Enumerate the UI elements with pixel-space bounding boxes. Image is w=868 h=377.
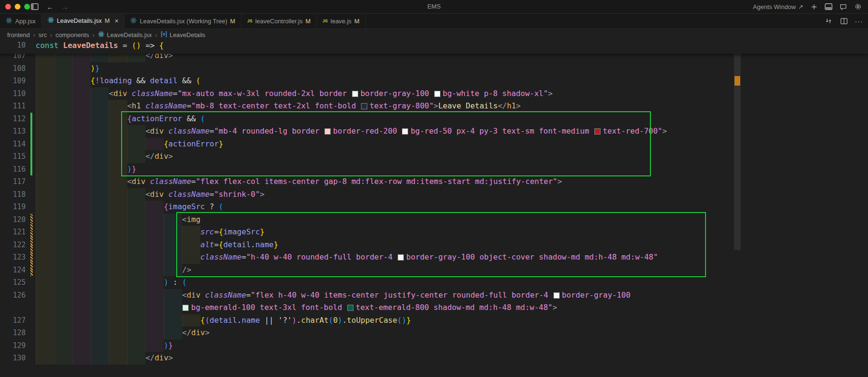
code-token: ( — [329, 316, 334, 325]
line-number: 125 — [0, 276, 26, 289]
tailwind-color-swatch[interactable] — [402, 128, 408, 135]
code-line-124[interactable]: 124/> — [0, 264, 868, 277]
code-token: < — [109, 89, 114, 98]
breadcrumb-item[interactable]: LeaveDetails — [161, 31, 205, 39]
code-token — [200, 290, 205, 300]
code-token: = — [118, 41, 132, 50]
close-window-button[interactable] — [5, 4, 11, 10]
tailwind-color-swatch[interactable] — [324, 128, 331, 135]
breadcrumb-item[interactable]: frontend — [7, 31, 30, 39]
forward-icon[interactable]: → — [61, 3, 68, 11]
code-token — [145, 177, 150, 186]
indent-guide — [54, 276, 73, 289]
git-gutter-added[interactable] — [30, 113, 32, 176]
code-line-130[interactable]: 130</div> — [0, 352, 868, 365]
code-token: src — [200, 227, 214, 236]
indent-guide — [127, 301, 146, 314]
code-line-126[interactable]: 126<div className="flex h-40 w-40 items-… — [0, 289, 868, 302]
indent-guide — [145, 276, 164, 289]
code-token: border-red-200 — [333, 126, 402, 135]
code-token: ) — [292, 316, 296, 325]
code-token: text-emerald-800 shadow-md md:h-48 md:w-… — [356, 303, 553, 312]
tab-leavedetails-jsx[interactable]: LeaveDetails.jsxM× — [42, 13, 125, 29]
indent-guide — [91, 239, 109, 251]
indent-guide — [36, 113, 54, 126]
code-line-127[interactable]: 127{(detail.name || '?').charAt(0).toUpp… — [0, 314, 868, 327]
tab-app-jsx[interactable]: App.jsx — [0, 13, 42, 29]
indent-guide — [127, 150, 146, 163]
code-token: detail — [210, 316, 237, 325]
code-token: { — [164, 202, 169, 211]
indent-guide — [91, 352, 109, 365]
line-number: 128 — [0, 327, 26, 339]
indent-guide — [91, 213, 109, 226]
split-editor-icon[interactable] — [839, 17, 848, 25]
breadcrumb-item[interactable]: src — [38, 31, 47, 39]
indent-guide — [36, 125, 54, 138]
toggle-panel-icon[interactable] — [824, 2, 833, 11]
open-changes-icon[interactable] — [824, 17, 833, 25]
code-token: LeaveDetails — [63, 41, 118, 50]
code-token: = — [173, 89, 178, 98]
code-editor[interactable]: 107</div>108)}109{!loading && detail && … — [0, 41, 868, 377]
indent-guide — [127, 239, 146, 251]
indent-guide — [127, 327, 146, 339]
line-number: 127 — [0, 314, 26, 327]
code-line-129[interactable]: 129)} — [0, 339, 868, 352]
code-token: text-gray-800" — [370, 101, 434, 110]
indent-guide — [54, 138, 73, 151]
code-content: <div className="mx-auto max-w-3xl rounde… — [36, 87, 553, 100]
code-line-wrap[interactable]: bg-emerald-100 text-3xl font-bold text-e… — [0, 301, 868, 314]
tailwind-color-swatch[interactable] — [594, 128, 601, 135]
line-number: 112 — [0, 113, 26, 126]
tailwind-color-swatch[interactable] — [352, 91, 358, 97]
indent-guide — [182, 239, 200, 251]
tab-leave-js[interactable]: JSleave.jsM — [317, 13, 366, 29]
indent-guide — [91, 87, 109, 100]
tailwind-color-swatch[interactable] — [553, 292, 560, 299]
git-gutter-modified[interactable] — [30, 213, 33, 277]
code-token: < — [127, 101, 132, 110]
code-line-123[interactable]: 123className="h-40 w-40 rounded-full bor… — [0, 251, 868, 264]
tailwind-color-swatch[interactable] — [361, 103, 367, 109]
new-window-plus-icon[interactable] — [810, 2, 818, 11]
toggle-sidebar-icon[interactable] — [30, 2, 39, 11]
code-token: < — [127, 177, 132, 186]
zoom-window-button[interactable] — [24, 4, 30, 10]
code-token: div — [187, 290, 200, 300]
close-tab-icon[interactable]: × — [114, 17, 118, 25]
indent-guide — [36, 239, 54, 251]
minimize-window-button[interactable] — [15, 4, 20, 10]
indent-guide — [91, 201, 109, 213]
breadcrumb-item[interactable]: LeaveDetails.jsx — [98, 31, 152, 39]
code-token: = — [210, 190, 214, 199]
indent-guide — [54, 213, 73, 226]
more-actions-icon[interactable]: ··· — [855, 17, 863, 25]
tab-label: App.jsx — [15, 18, 36, 25]
sticky-scroll-line[interactable]: 10const LeaveDetails = () => { — [0, 41, 868, 54]
tailwind-color-swatch[interactable] — [182, 305, 189, 311]
agents-window-link[interactable]: Agents Window ↗ — [753, 3, 803, 10]
tailwind-color-swatch[interactable] — [434, 91, 440, 97]
vertical-scrollbar[interactable] — [734, 42, 741, 250]
code-line-125[interactable]: 125) : ( — [0, 276, 868, 289]
breadcrumb-separator: › — [93, 31, 95, 39]
chat-icon[interactable] — [839, 2, 848, 11]
tab-leavedetails-jsx-working-tree-[interactable]: LeaveDetails.jsx (Working Tree)M — [124, 13, 241, 29]
indent-guide — [127, 314, 146, 327]
indent-guide — [145, 301, 164, 314]
tailwind-color-swatch[interactable] — [398, 254, 404, 261]
indent-guide — [182, 314, 200, 327]
breadcrumb-item[interactable]: components — [56, 31, 89, 39]
code-line-128[interactable]: 128</div> — [0, 327, 868, 339]
breadcrumb-separator: › — [155, 31, 157, 39]
settings-gear-icon[interactable] — [854, 2, 862, 11]
tab-leavecontroller-js[interactable]: JSleaveController.jsM — [241, 13, 317, 29]
indent-guide — [145, 314, 164, 327]
code-token: . — [342, 316, 347, 325]
indent-guide — [36, 276, 54, 289]
tailwind-color-swatch[interactable] — [347, 305, 353, 311]
back-icon[interactable]: ← — [47, 3, 54, 11]
indent-guide — [36, 163, 54, 176]
modified-badge: M — [230, 18, 235, 25]
